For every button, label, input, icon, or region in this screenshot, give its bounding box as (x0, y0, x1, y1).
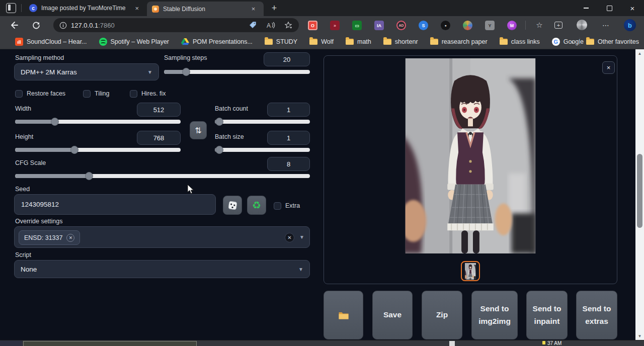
cfg-scale-input[interactable]: 8 (267, 157, 310, 171)
monica-extension-icon[interactable]: M (507, 21, 517, 30)
start-button[interactable] (0, 340, 22, 346)
width-label: Width (15, 105, 31, 112)
cfg-scale-slider[interactable] (15, 172, 310, 180)
bing-chat-icon[interactable]: b (624, 19, 636, 31)
open-folder-button[interactable] (324, 291, 363, 339)
taskbar-app-icon[interactable] (449, 341, 455, 346)
width-slider[interactable] (15, 118, 181, 126)
read-aloud-icon[interactable]: A (266, 21, 275, 29)
reload-button[interactable] (31, 20, 41, 30)
generated-image[interactable] (405, 58, 536, 253)
override-chip-ensd[interactable]: ENSD: 31337 ✕ (19, 230, 80, 245)
extra-checkbox[interactable] (274, 202, 281, 210)
chip-remove-icon[interactable]: ✕ (66, 234, 74, 242)
window-close-button[interactable]: × (621, 0, 644, 16)
send-to-inpaint-button[interactable]: Send to inpaint (526, 291, 568, 339)
sampling-steps-label: Sampling steps (164, 54, 207, 61)
window-restore-button[interactable] (598, 0, 621, 16)
bookmarks-overflow-chevron-icon[interactable]: › (572, 38, 574, 46)
globe-extension-icon[interactable] (463, 21, 472, 30)
address-bar[interactable]: 127.0.0.1 :7860 A (53, 18, 299, 32)
bookmarks-bar: ıllSoundCloud – Hear... Spotify – Web Pl… (0, 34, 644, 49)
bookmark-spotify[interactable]: Spotify – Web Player (99, 38, 170, 46)
favorites-bar-icon[interactable]: ☆ (534, 20, 544, 30)
batch-size-input[interactable]: 1 (267, 131, 310, 145)
random-seed-button[interactable] (223, 196, 242, 215)
add-favorite-icon[interactable] (284, 21, 293, 30)
ad-blocker-extension-icon[interactable]: AD (396, 21, 406, 30)
restore-faces-checkbox[interactable] (15, 90, 23, 98)
shazam-extension-icon[interactable]: S (419, 21, 428, 30)
taskbar-search-box[interactable] (23, 341, 197, 346)
gallery-close-button[interactable]: × (602, 61, 615, 74)
batch-count-slider[interactable] (215, 118, 310, 126)
sampling-steps-slider[interactable] (164, 68, 310, 76)
send-to-extras-button[interactable]: Send to extras (576, 291, 617, 339)
bookmark-folder-math[interactable]: math (346, 38, 371, 45)
tiling-checkbox[interactable] (83, 90, 91, 98)
trash-extension-icon[interactable]: ▭ (352, 21, 362, 30)
browser-window: c Image posted by TwoMoreTimes × Stable … (0, 0, 644, 346)
bookmark-folder-reasearch-paper[interactable]: reasearch paper (430, 38, 488, 45)
url-port: :7860 (98, 22, 115, 29)
bookmark-other-favorites[interactable]: Other favorites (586, 38, 639, 45)
bookmark-pom-presentations[interactable]: POM Presentations... (181, 38, 253, 45)
red-o-extension-icon[interactable]: O (308, 21, 317, 30)
back-button[interactable] (9, 20, 19, 30)
height-input[interactable]: 768 (137, 131, 181, 145)
folder-icon (265, 39, 273, 45)
gallery-thumbnail-selected[interactable] (461, 261, 480, 281)
taskbar-clock[interactable]: 37 AM (542, 340, 561, 346)
batch-size-slider[interactable] (215, 146, 310, 154)
profile-avatar[interactable] (577, 20, 587, 30)
clear-all-overrides-icon[interactable]: ✕ (285, 233, 294, 242)
send-to-img2img-button[interactable]: Send to img2img (471, 291, 518, 339)
stable-diffusion-page: Sampling method DPM++ 2M Karras ▼ Sampli… (0, 49, 635, 340)
folder-icon (500, 39, 508, 45)
sampling-method-dropdown[interactable]: DPM++ 2M Karras ▼ (14, 63, 159, 80)
tab-stable-diffusion[interactable]: Stable Diffusion × (147, 2, 264, 16)
site-info-icon[interactable] (59, 22, 67, 29)
tab-overview-icon[interactable] (6, 3, 16, 13)
collections-icon[interactable]: + (554, 22, 562, 29)
scrollbar-thumb[interactable] (637, 154, 642, 228)
clock-text: 37 AM (547, 340, 561, 346)
sampling-steps-input[interactable]: 20 (264, 52, 310, 66)
tab-image-posted[interactable]: c Image posted by TwoMoreTimes × (24, 0, 144, 16)
script-dropdown[interactable]: None ▼ (14, 260, 310, 278)
swap-dimensions-button[interactable]: ⇅ (190, 121, 207, 139)
window-minimize-button[interactable] (575, 0, 598, 16)
tab1-close-icon[interactable]: × (135, 5, 139, 12)
scroll-up-icon[interactable]: ▲ (635, 49, 644, 57)
shopping-tag-icon[interactable] (249, 21, 257, 29)
folder-icon (383, 39, 391, 45)
settings-more-icon[interactable]: ⋯ (601, 20, 611, 30)
y-extension-icon[interactable]: Y (485, 21, 495, 30)
reuse-seed-button[interactable]: ♻ (247, 196, 266, 215)
bookmark-folder-wolf[interactable]: Wolf (309, 38, 334, 45)
page-scrollbar[interactable]: ▲ ▼ (635, 49, 644, 340)
location-pin-extension-icon[interactable]: ● (441, 21, 450, 30)
browser-toolbar: 127.0.0.1 :7860 A O » ▭ IA (0, 16, 644, 34)
scroll-down-icon[interactable]: ▼ (635, 332, 644, 340)
tab1-favicon: c (29, 4, 37, 12)
seed-input[interactable]: 1243095812 (14, 194, 216, 215)
height-slider[interactable] (15, 146, 181, 154)
tab2-close-icon[interactable]: × (252, 6, 256, 12)
chevron-down-icon[interactable]: ▼ (299, 234, 304, 240)
height-label: Height (15, 133, 33, 140)
new-tab-button[interactable]: + (269, 3, 280, 14)
hires-fix-checkbox[interactable] (130, 90, 137, 98)
zip-button[interactable]: Zip (422, 291, 462, 339)
override-settings-box[interactable]: ENSD: 31337 ✕ ✕ ▼ (14, 226, 310, 248)
batch-count-input[interactable]: 1 (267, 103, 310, 117)
save-button[interactable]: Save (372, 291, 413, 339)
internet-archive-extension-icon[interactable]: IA (374, 21, 384, 30)
width-input[interactable]: 512 (137, 103, 181, 117)
bookmark-soundcloud[interactable]: ıllSoundCloud – Hear... (15, 38, 87, 46)
bookmark-folder-study[interactable]: STUDY (265, 38, 297, 45)
fast-forward-extension-icon[interactable]: » (330, 21, 340, 30)
bookmark-folder-shortenr[interactable]: shortenr (383, 38, 418, 45)
bookmark-folder-class-links[interactable]: class links (500, 38, 540, 45)
chevron-down-icon: ▼ (147, 69, 152, 75)
